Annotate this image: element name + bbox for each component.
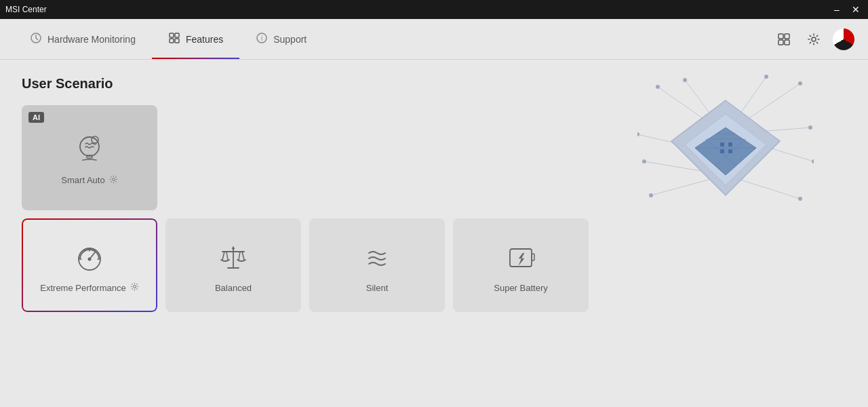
svg-rect-46 <box>87 155 92 158</box>
hardware-monitoring-icon <box>30 32 42 47</box>
card-balanced[interactable]: Balanced <box>165 218 301 312</box>
card-smart-auto[interactable]: AI <box>22 105 157 210</box>
svg-rect-10 <box>785 40 789 45</box>
nav-actions <box>773 28 854 50</box>
ai-badge: AI <box>28 112 44 123</box>
window-controls: – ✕ <box>830 3 863 16</box>
svg-rect-1 <box>170 33 174 37</box>
support-icon: i <box>256 32 268 46</box>
tab-support[interactable]: i Support <box>239 19 323 59</box>
nav-bar: Hardware Monitoring Features <box>0 19 868 60</box>
tab-features[interactable]: Features <box>152 19 239 59</box>
features-icon <box>168 32 180 46</box>
nav-tabs: Hardware Monitoring Features <box>14 19 323 59</box>
tab-hardware-monitoring-label: Hardware Monitoring <box>47 34 136 45</box>
bottom-cards-row: Extreme Performance <box>22 218 846 312</box>
svg-line-61 <box>242 252 244 260</box>
card-extreme-performance-label: Extreme Performance <box>40 282 138 293</box>
top-cards-row: AI <box>22 105 846 210</box>
super-battery-icon <box>502 238 540 276</box>
tab-hardware-monitoring[interactable]: Hardware Monitoring <box>14 19 152 59</box>
title-bar: MSI Center – ✕ <box>0 0 868 19</box>
avatar[interactable] <box>833 28 854 50</box>
card-silent-label: Silent <box>366 283 389 293</box>
svg-point-48 <box>79 248 100 270</box>
svg-line-52 <box>90 252 95 259</box>
svg-point-11 <box>812 37 816 41</box>
svg-rect-3 <box>170 39 174 43</box>
svg-rect-2 <box>175 33 179 37</box>
svg-point-54 <box>133 286 136 288</box>
svg-rect-63 <box>532 254 534 260</box>
svg-point-44 <box>92 136 98 143</box>
app-title: MSI Center <box>5 5 47 14</box>
svg-line-60 <box>239 252 240 260</box>
smart-auto-icon <box>71 130 108 168</box>
settings-button[interactable] <box>803 28 825 50</box>
close-button[interactable]: ✕ <box>849 3 863 16</box>
svg-rect-7 <box>778 34 783 39</box>
svg-point-47 <box>112 178 115 180</box>
extreme-performance-settings-icon[interactable] <box>130 282 139 293</box>
svg-rect-4 <box>175 39 179 43</box>
cards-grid: AI <box>22 105 846 312</box>
svg-line-58 <box>222 252 224 260</box>
card-super-battery-label: Super Battery <box>494 283 548 293</box>
svg-point-53 <box>88 258 92 261</box>
svg-rect-8 <box>785 34 789 39</box>
svg-line-59 <box>226 252 228 260</box>
balanced-icon <box>214 238 252 276</box>
grid-view-button[interactable] <box>773 28 795 50</box>
main-container: Hardware Monitoring Features <box>0 19 868 407</box>
card-silent[interactable]: Silent <box>309 218 445 312</box>
svg-text:i: i <box>261 35 262 42</box>
svg-point-43 <box>80 137 99 156</box>
extreme-performance-icon <box>71 237 108 275</box>
card-super-battery[interactable]: Super Battery <box>453 218 589 312</box>
card-smart-auto-label: Smart Auto <box>61 175 117 186</box>
card-extreme-performance[interactable]: Extreme Performance <box>22 218 157 312</box>
section-title: User Scenario <box>22 76 846 92</box>
tab-support-label: Support <box>273 34 307 45</box>
content-area: User Scenario <box>0 60 868 407</box>
card-balanced-label: Balanced <box>215 283 252 293</box>
silent-icon <box>358 238 396 276</box>
minimize-button[interactable]: – <box>830 3 844 16</box>
smart-auto-settings-icon[interactable] <box>109 175 118 186</box>
tab-features-label: Features <box>186 34 223 45</box>
svg-rect-9 <box>778 40 783 45</box>
